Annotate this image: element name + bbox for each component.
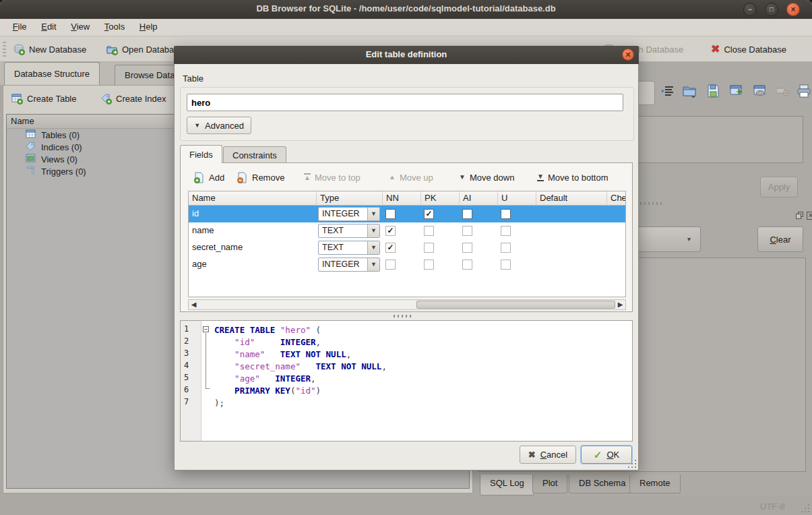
pk-checkbox[interactable] <box>424 226 434 236</box>
ai-checkbox[interactable] <box>462 243 472 253</box>
chevron-down-icon: ▼ <box>367 258 379 271</box>
menu-edit[interactable]: Edit <box>35 19 62 36</box>
move-down-icon: ▼ <box>459 174 466 181</box>
add-field-button[interactable]: Add <box>193 169 224 185</box>
menu-file[interactable]: File <box>7 19 33 36</box>
scroll-right-icon[interactable]: ▶ <box>617 301 624 308</box>
tab-remote[interactable]: Remote <box>629 475 681 493</box>
field-row-id[interactable]: id INTEGER ▼ <box>189 206 625 222</box>
u-checkbox[interactable] <box>501 243 511 253</box>
tab-db-schema[interactable]: DB Schema <box>569 475 635 493</box>
move-up-button: ▲ Move up <box>389 169 433 185</box>
col-header-u[interactable]: U <box>498 191 536 206</box>
encoding-indicator[interactable]: UTF-8 <box>760 502 785 512</box>
open-sql-file-icon[interactable] <box>682 84 697 98</box>
create-table-button[interactable]: Create Table <box>11 90 76 107</box>
nn-checkbox[interactable] <box>385 243 396 253</box>
field-row-name[interactable]: name TEXT ▼ <box>189 222 625 239</box>
cancel-button[interactable]: ✖ Cancel <box>520 446 576 464</box>
sql-line: "name" TEXT NOT NULL, <box>214 349 351 361</box>
link-icon[interactable] <box>753 84 768 98</box>
advanced-button[interactable]: ▼ Advanced <box>187 117 251 134</box>
dialog-title: Edit table definition <box>174 49 639 59</box>
menu-tools[interactable]: Tools <box>98 19 131 36</box>
field-row-secret-name[interactable]: secret_name TEXT ▼ <box>189 239 625 256</box>
move-down-button[interactable]: ▼ Move down <box>459 169 514 185</box>
execute-sql-icon[interactable] <box>729 84 744 98</box>
dialog-close-button[interactable]: ✕ <box>622 49 634 61</box>
create-index-button[interactable]: Create Index <box>100 90 166 107</box>
tab-sql-log[interactable]: SQL Log <box>480 475 534 495</box>
u-checkbox[interactable] <box>501 260 511 270</box>
ai-checkbox[interactable] <box>462 226 472 236</box>
col-header-name[interactable]: Name <box>189 191 317 206</box>
u-checkbox[interactable] <box>501 226 511 236</box>
menu-help[interactable]: Help <box>133 19 164 36</box>
sql-line: PRIMARY KEY("id") <box>214 385 321 397</box>
chevron-down-icon: ▼ <box>367 241 379 254</box>
pk-checkbox[interactable] <box>424 243 434 253</box>
dock-splitter[interactable] <box>640 202 664 205</box>
field-row-age[interactable]: age INTEGER ▼ <box>189 256 625 273</box>
dialog-resize-grip[interactable] <box>627 459 637 468</box>
close-button[interactable]: × <box>786 3 800 16</box>
open-database-button[interactable]: Open Database <box>106 41 183 57</box>
tab-plot[interactable]: Plot <box>532 475 567 493</box>
type-dropdown[interactable]: TEXT ▼ <box>318 224 380 238</box>
scrollbar-thumb[interactable] <box>416 301 615 309</box>
tab-database-structure[interactable]: Database Structure <box>4 62 100 85</box>
bottom-tabstrip: SQL Log Plot DB Schema Remote <box>473 475 812 496</box>
remove-field-button[interactable]: Remove <box>237 169 284 185</box>
dock-restore-icon[interactable] <box>796 212 804 220</box>
dialog-titlebar[interactable]: Edit table definition ✕ <box>174 46 639 64</box>
print-icon[interactable] <box>797 84 811 98</box>
col-header-ai[interactable]: AI <box>460 191 498 206</box>
move-up-icon: ▲ <box>389 174 396 181</box>
fields-grid-hscrollbar[interactable]: ◀ ▶ <box>188 299 626 310</box>
sql-preview-editor[interactable]: 1 2 3 4 5 6 7 CREATE TABLE "hero" ( "id"… <box>180 320 633 442</box>
table-name-input[interactable] <box>187 94 623 111</box>
ai-checkbox[interactable] <box>462 209 472 219</box>
move-to-bottom-button[interactable]: ▼ Move to bottom <box>537 169 608 185</box>
save-sql-file-icon[interactable] <box>706 84 720 98</box>
nn-checkbox[interactable] <box>385 209 396 219</box>
type-dropdown[interactable]: TEXT ▼ <box>318 241 380 255</box>
open-database-icon <box>106 44 118 55</box>
sql-line: "secret_name" TEXT NOT NULL, <box>214 361 387 373</box>
col-header-type[interactable]: Type <box>317 191 383 206</box>
dock-close-icon[interactable]: × <box>807 212 812 220</box>
col-header-default[interactable]: Default <box>536 191 607 206</box>
remove-icon <box>237 172 248 183</box>
clear-button[interactable]: Clear <box>757 226 803 252</box>
close-database-button[interactable]: ✖ Close Database <box>711 41 786 57</box>
col-header-nn[interactable]: NN <box>383 191 421 206</box>
resize-grip[interactable] <box>801 504 810 513</box>
col-header-check[interactable]: Check <box>607 191 626 206</box>
fold-marker-icon[interactable] <box>203 326 209 332</box>
nn-checkbox[interactable] <box>385 260 396 270</box>
scroll-left-icon[interactable]: ◀ <box>190 301 197 308</box>
pk-checkbox[interactable] <box>424 260 434 270</box>
type-dropdown[interactable]: INTEGER ▼ <box>318 207 380 221</box>
ok-button[interactable]: ✓ OK <box>581 446 632 464</box>
format-sql-icon[interactable] <box>660 84 675 98</box>
new-database-icon <box>13 44 25 55</box>
new-database-button[interactable]: New Database <box>13 41 86 57</box>
pk-checkbox[interactable] <box>424 209 434 219</box>
u-checkbox[interactable] <box>501 209 511 219</box>
toolbar-drag-handle[interactable] <box>3 42 6 57</box>
ai-checkbox[interactable] <box>462 260 472 270</box>
menu-view[interactable]: View <box>65 19 96 36</box>
ok-check-icon: ✓ <box>594 449 602 461</box>
tab-fields[interactable]: Fields <box>180 145 222 163</box>
maximize-button[interactable]: □ <box>765 3 778 16</box>
tab-constraints[interactable]: Constraints <box>223 146 286 163</box>
minimize-button[interactable]: − <box>743 3 757 16</box>
type-dropdown[interactable]: INTEGER ▼ <box>318 258 380 272</box>
chevron-down-icon: ▾ <box>687 235 691 243</box>
dialog-splitter[interactable] <box>394 315 414 317</box>
col-header-pk[interactable]: PK <box>421 191 460 206</box>
window-titlebar[interactable]: DB Browser for SQLite - /home/user/code/… <box>0 0 812 19</box>
close-database-icon: ✖ <box>711 44 720 55</box>
nn-checkbox[interactable] <box>385 226 396 236</box>
